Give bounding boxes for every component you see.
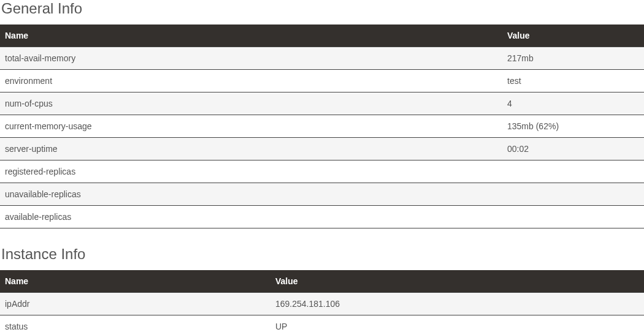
instance-info-heading: Instance Info (0, 246, 644, 263)
cell-value: UP (270, 315, 644, 333)
cell-value (502, 160, 644, 183)
general-info-heading: General Info (0, 0, 644, 17)
table-row: server-uptime 00:02 (0, 138, 644, 160)
cell-value: 169.254.181.106 (270, 293, 644, 315)
table-row: registered-replicas (0, 160, 644, 183)
table-row: available-replicas (0, 206, 644, 228)
cell-value (502, 206, 644, 228)
table-row: unavailable-replicas (0, 183, 644, 206)
general-header-name: Name (0, 25, 502, 47)
instance-header-name: Name (0, 270, 270, 293)
instance-header-value: Value (270, 270, 644, 293)
cell-name: num-of-cpus (0, 92, 502, 115)
cell-name: unavailable-replicas (0, 183, 502, 206)
table-row: environment test (0, 70, 644, 92)
cell-value: 135mb (62%) (502, 115, 644, 138)
general-header-value: Value (502, 25, 644, 47)
instance-info-table: Name Value ipAddr 169.254.181.106 status… (0, 270, 644, 332)
table-row: ipAddr 169.254.181.106 (0, 293, 644, 315)
cell-name: server-uptime (0, 138, 502, 160)
table-row: status UP (0, 315, 644, 333)
table-row: num-of-cpus 4 (0, 92, 644, 115)
cell-name: available-replicas (0, 206, 502, 228)
cell-value: 4 (502, 92, 644, 115)
cell-name: registered-replicas (0, 160, 502, 183)
general-info-table: Name Value total-avail-memory 217mb envi… (0, 25, 644, 228)
cell-name: ipAddr (0, 293, 270, 315)
cell-value (502, 183, 644, 206)
cell-value: 00:02 (502, 138, 644, 160)
cell-value: test (502, 70, 644, 92)
cell-name: status (0, 315, 270, 333)
table-row: total-avail-memory 217mb (0, 47, 644, 70)
cell-value: 217mb (502, 47, 644, 70)
cell-name: environment (0, 70, 502, 92)
cell-name: total-avail-memory (0, 47, 502, 70)
table-row: current-memory-usage 135mb (62%) (0, 115, 644, 138)
cell-name: current-memory-usage (0, 115, 502, 138)
